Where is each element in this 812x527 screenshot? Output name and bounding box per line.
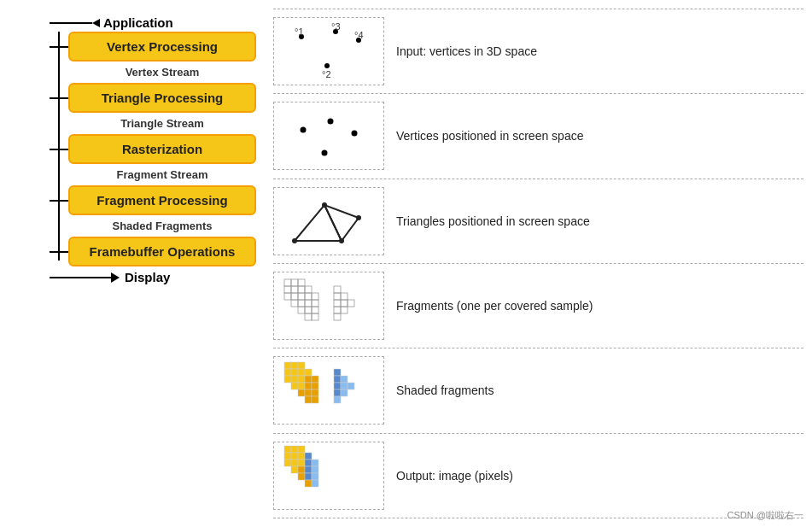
svg-point-14 [292, 238, 297, 243]
diagram-desc-5: Output: image (pixels) [396, 469, 803, 483]
svg-rect-77 [334, 396, 341, 403]
svg-rect-50 [298, 362, 305, 369]
svg-rect-21 [284, 286, 291, 293]
svg-rect-23 [298, 286, 305, 293]
framebuffer-row: Framebuffer Operations [50, 237, 265, 266]
svg-rect-20 [298, 279, 305, 286]
diagram-row-1: Vertices positioned in screen space [273, 93, 803, 178]
svg-rect-95 [305, 473, 312, 480]
svg-rect-78 [284, 446, 291, 453]
shaded-fragments-svg [277, 357, 380, 424]
svg-rect-48 [284, 362, 291, 369]
svg-rect-37 [305, 313, 312, 320]
svg-rect-22 [291, 286, 298, 293]
svg-rect-98 [312, 480, 318, 487]
svg-rect-56 [291, 376, 298, 383]
svg-rect-90 [291, 466, 298, 473]
svg-rect-73 [341, 383, 348, 389]
svg-rect-46 [341, 307, 348, 313]
fragment-stream-row: Fragment Stream [50, 164, 265, 185]
svg-rect-67 [305, 396, 312, 403]
svg-rect-82 [291, 453, 298, 460]
svg-rect-75 [334, 389, 341, 396]
vertex-hline [50, 46, 68, 48]
svg-rect-45 [334, 307, 341, 313]
svg-text:°3: °3 [331, 21, 341, 32]
svg-rect-34 [298, 307, 305, 313]
diagram-row-5: Output: image (pixels) [273, 433, 803, 518]
shaded-label: Shaded Fragments [68, 215, 256, 237]
svg-rect-68 [312, 396, 318, 403]
fragments-svg [277, 272, 380, 339]
svg-rect-24 [305, 286, 312, 293]
svg-rect-30 [291, 300, 298, 307]
svg-rect-69 [334, 369, 341, 376]
diagram-desc-4: Shaded fragments [396, 384, 803, 397]
diagram-desc-0: Input: vertices in 3D space [396, 44, 803, 58]
svg-rect-44 [348, 300, 354, 307]
svg-point-11 [322, 150, 328, 156]
display-hline [60, 277, 111, 278]
pipeline-stages: Vertex Processing Vertex Stream Triangle… [50, 32, 265, 284]
triangle-hline [50, 97, 68, 99]
raster-row: Rasterization [50, 134, 265, 164]
svg-rect-29 [312, 293, 318, 300]
diagram-row-3: Fragments (one per covered sample) [273, 263, 803, 348]
diagram-box-1 [273, 102, 384, 170]
rasterization-box: Rasterization [68, 134, 256, 164]
svg-rect-43 [341, 300, 348, 307]
diagram-box-2 [273, 187, 384, 255]
fragment-processing-box: Fragment Processing [68, 185, 256, 215]
svg-rect-41 [341, 293, 348, 300]
svg-marker-13 [324, 205, 359, 241]
svg-rect-61 [298, 383, 305, 389]
svg-rect-89 [312, 460, 318, 466]
main-container: Application Vertex Processing Vertex Str… [0, 0, 812, 527]
diagrams-column: °1 °3 °4 °2 Input: vertices in 3D space [265, 9, 803, 518]
svg-point-8 [301, 127, 307, 133]
watermark: CSDN @啦啦右一 [727, 509, 803, 522]
svg-point-15 [322, 202, 327, 208]
svg-rect-26 [291, 293, 298, 300]
svg-rect-74 [348, 383, 354, 389]
svg-rect-33 [312, 300, 318, 307]
app-arrow [92, 19, 100, 27]
svg-rect-79 [291, 446, 298, 453]
diagram-desc-1: Vertices positioned in screen space [396, 129, 803, 143]
svg-rect-71 [341, 376, 348, 383]
svg-rect-64 [298, 389, 305, 396]
triangle-row: Triangle Processing [50, 83, 265, 113]
svg-point-9 [328, 119, 334, 125]
vertex-stream-label: Vertex Stream [68, 61, 256, 83]
svg-rect-81 [284, 453, 291, 460]
svg-rect-92 [305, 466, 312, 473]
triangle-processing-box: Triangle Processing [68, 83, 256, 113]
svg-rect-52 [291, 369, 298, 376]
svg-rect-86 [291, 460, 298, 466]
vertex-row: Vertex Processing [50, 32, 265, 61]
svg-rect-42 [334, 300, 341, 307]
svg-rect-58 [305, 376, 312, 383]
svg-rect-57 [298, 376, 305, 383]
diagram-row-2: Triangles positioned in screen space [273, 179, 803, 263]
svg-rect-83 [298, 453, 305, 460]
app-label: Application [103, 15, 173, 30]
svg-point-16 [339, 238, 344, 243]
triangle-stream-row: Triangle Stream [50, 113, 265, 134]
svg-rect-80 [298, 446, 305, 453]
vertex-stream-row: Vertex Stream [50, 61, 265, 83]
diagram-desc-3: Fragments (one per covered sample) [396, 299, 803, 313]
triangle-stream-label: Triangle Stream [68, 113, 256, 134]
fragment-stream-label: Fragment Stream [68, 164, 256, 185]
svg-rect-60 [291, 383, 298, 389]
svg-rect-36 [312, 307, 318, 313]
svg-rect-18 [284, 279, 291, 286]
display-row: Display [50, 270, 265, 284]
svg-marker-12 [295, 205, 342, 241]
svg-rect-55 [284, 376, 291, 383]
svg-rect-65 [305, 389, 312, 396]
svg-rect-59 [312, 376, 318, 383]
svg-point-6 [324, 63, 330, 68]
framebuffer-box: Framebuffer Operations [68, 237, 256, 266]
svg-rect-87 [298, 460, 305, 466]
